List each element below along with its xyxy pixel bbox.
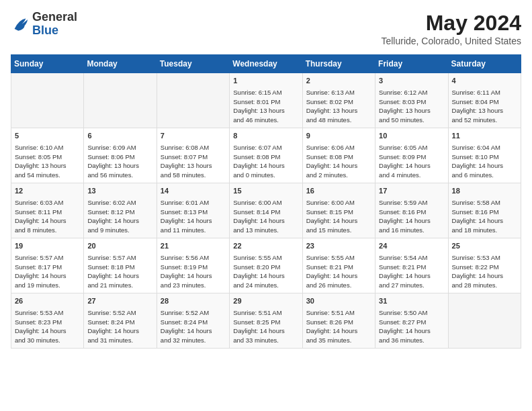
day-number: 3 [379, 76, 444, 87]
calendar-cell: 28Sunrise: 5:52 AM Sunset: 8:24 PM Dayli… [157, 293, 229, 349]
day-number: 13 [87, 186, 152, 197]
calendar-week: 5Sunrise: 6:10 AM Sunset: 8:05 PM Daylig… [11, 128, 521, 183]
calendar-cell: 4Sunrise: 6:11 AM Sunset: 8:04 PM Daylig… [448, 73, 521, 128]
calendar-cell [448, 293, 521, 349]
day-number: 18 [452, 186, 517, 197]
day-info: Sunrise: 6:10 AM Sunset: 8:05 PM Dayligh… [15, 143, 80, 180]
calendar-cell: 27Sunrise: 5:52 AM Sunset: 8:24 PM Dayli… [84, 293, 157, 349]
day-info: Sunrise: 5:59 AM Sunset: 8:16 PM Dayligh… [379, 198, 444, 235]
calendar-cell: 6Sunrise: 6:09 AM Sunset: 8:06 PM Daylig… [84, 128, 157, 183]
calendar-body: 1Sunrise: 6:15 AM Sunset: 8:01 PM Daylig… [11, 73, 521, 349]
day-info: Sunrise: 6:00 AM Sunset: 8:14 PM Dayligh… [233, 198, 298, 235]
day-number: 23 [306, 241, 371, 252]
day-number: 15 [233, 186, 298, 197]
calendar-cell: 1Sunrise: 6:15 AM Sunset: 8:01 PM Daylig… [230, 73, 302, 128]
calendar-week: 19Sunrise: 5:57 AM Sunset: 8:17 PM Dayli… [11, 238, 521, 293]
day-info: Sunrise: 5:53 AM Sunset: 8:22 PM Dayligh… [452, 253, 517, 290]
day-number: 22 [233, 241, 298, 252]
day-number: 26 [15, 296, 80, 307]
day-info: Sunrise: 5:58 AM Sunset: 8:16 PM Dayligh… [452, 198, 517, 235]
calendar-cell [84, 73, 157, 128]
calendar-week: 1Sunrise: 6:15 AM Sunset: 8:01 PM Daylig… [11, 73, 521, 128]
calendar-cell: 26Sunrise: 5:53 AM Sunset: 8:23 PM Dayli… [11, 293, 84, 349]
calendar-cell: 24Sunrise: 5:54 AM Sunset: 8:21 PM Dayli… [375, 238, 448, 293]
day-number: 25 [452, 241, 517, 252]
calendar-cell: 16Sunrise: 6:00 AM Sunset: 8:15 PM Dayli… [302, 183, 375, 238]
day-number: 20 [87, 241, 152, 252]
logo-icon [11, 15, 30, 34]
day-info: Sunrise: 6:03 AM Sunset: 8:11 PM Dayligh… [15, 198, 80, 235]
day-number: 30 [306, 296, 371, 307]
header-cell-wednesday: Wednesday [230, 55, 302, 73]
logo: General Blue [11, 11, 77, 38]
page-title: May 2024 [381, 11, 521, 36]
logo-text: General Blue [32, 11, 77, 38]
header-cell-sunday: Sunday [11, 55, 84, 73]
calendar-cell: 31Sunrise: 5:50 AM Sunset: 8:27 PM Dayli… [375, 293, 448, 349]
calendar-week: 12Sunrise: 6:03 AM Sunset: 8:11 PM Dayli… [11, 183, 521, 238]
day-info: Sunrise: 5:50 AM Sunset: 8:27 PM Dayligh… [379, 308, 444, 345]
day-info: Sunrise: 5:53 AM Sunset: 8:23 PM Dayligh… [15, 308, 80, 345]
calendar-cell: 12Sunrise: 6:03 AM Sunset: 8:11 PM Dayli… [11, 183, 84, 238]
calendar-cell: 18Sunrise: 5:58 AM Sunset: 8:16 PM Dayli… [448, 183, 521, 238]
page-subtitle: Telluride, Colorado, United States [381, 36, 521, 46]
calendar-cell [11, 73, 84, 128]
day-info: Sunrise: 6:15 AM Sunset: 8:01 PM Dayligh… [233, 88, 298, 125]
calendar-cell: 25Sunrise: 5:53 AM Sunset: 8:22 PM Dayli… [448, 238, 521, 293]
header-row: SundayMondayTuesdayWednesdayThursdayFrid… [11, 55, 521, 73]
day-info: Sunrise: 5:51 AM Sunset: 8:25 PM Dayligh… [233, 308, 298, 345]
calendar-cell: 14Sunrise: 6:01 AM Sunset: 8:13 PM Dayli… [157, 183, 229, 238]
day-info: Sunrise: 6:12 AM Sunset: 8:03 PM Dayligh… [379, 88, 444, 125]
calendar-cell: 2Sunrise: 6:13 AM Sunset: 8:02 PM Daylig… [302, 73, 375, 128]
day-info: Sunrise: 5:52 AM Sunset: 8:24 PM Dayligh… [161, 308, 226, 345]
day-number: 2 [306, 76, 371, 87]
day-info: Sunrise: 6:08 AM Sunset: 8:07 PM Dayligh… [161, 143, 226, 180]
day-number: 12 [15, 186, 80, 197]
logo-general: General [32, 11, 77, 24]
calendar-cell: 5Sunrise: 6:10 AM Sunset: 8:05 PM Daylig… [11, 128, 84, 183]
day-info: Sunrise: 5:57 AM Sunset: 8:18 PM Dayligh… [87, 253, 152, 290]
calendar-cell: 15Sunrise: 6:00 AM Sunset: 8:14 PM Dayli… [230, 183, 302, 238]
day-info: Sunrise: 5:52 AM Sunset: 8:24 PM Dayligh… [87, 308, 152, 345]
day-number: 29 [233, 296, 298, 307]
calendar-cell: 13Sunrise: 6:02 AM Sunset: 8:12 PM Dayli… [84, 183, 157, 238]
calendar-cell: 30Sunrise: 5:51 AM Sunset: 8:26 PM Dayli… [302, 293, 375, 349]
calendar-cell: 19Sunrise: 5:57 AM Sunset: 8:17 PM Dayli… [11, 238, 84, 293]
calendar-cell: 17Sunrise: 5:59 AM Sunset: 8:16 PM Dayli… [375, 183, 448, 238]
day-number: 8 [233, 131, 298, 142]
day-info: Sunrise: 5:57 AM Sunset: 8:17 PM Dayligh… [15, 253, 80, 290]
day-number: 9 [306, 131, 371, 142]
day-number: 24 [379, 241, 444, 252]
day-info: Sunrise: 5:51 AM Sunset: 8:26 PM Dayligh… [306, 308, 371, 345]
day-info: Sunrise: 6:02 AM Sunset: 8:12 PM Dayligh… [87, 198, 152, 235]
day-info: Sunrise: 6:13 AM Sunset: 8:02 PM Dayligh… [306, 88, 371, 125]
day-info: Sunrise: 6:00 AM Sunset: 8:15 PM Dayligh… [306, 198, 371, 235]
calendar-cell: 8Sunrise: 6:07 AM Sunset: 8:08 PM Daylig… [230, 128, 302, 183]
calendar-table: SundayMondayTuesdayWednesdayThursdayFrid… [11, 54, 521, 349]
day-number: 19 [15, 241, 80, 252]
day-number: 10 [379, 131, 444, 142]
day-number: 31 [379, 296, 444, 307]
header-cell-tuesday: Tuesday [157, 55, 229, 73]
day-number: 14 [161, 186, 226, 197]
calendar-cell: 29Sunrise: 5:51 AM Sunset: 8:25 PM Dayli… [230, 293, 302, 349]
day-number: 17 [379, 186, 444, 197]
day-info: Sunrise: 6:11 AM Sunset: 8:04 PM Dayligh… [452, 88, 517, 125]
day-number: 5 [15, 131, 80, 142]
day-info: Sunrise: 5:55 AM Sunset: 8:21 PM Dayligh… [306, 253, 371, 290]
header-cell-saturday: Saturday [448, 55, 521, 73]
day-number: 6 [87, 131, 152, 142]
calendar-cell [157, 73, 229, 128]
day-info: Sunrise: 6:01 AM Sunset: 8:13 PM Dayligh… [161, 198, 226, 235]
day-number: 7 [161, 131, 226, 142]
day-number: 27 [87, 296, 152, 307]
day-number: 1 [233, 76, 298, 87]
calendar-header: SundayMondayTuesdayWednesdayThursdayFrid… [11, 55, 521, 73]
day-number: 4 [452, 76, 517, 87]
calendar-week: 26Sunrise: 5:53 AM Sunset: 8:23 PM Dayli… [11, 293, 521, 349]
day-info: Sunrise: 6:04 AM Sunset: 8:10 PM Dayligh… [452, 143, 517, 180]
calendar-cell: 23Sunrise: 5:55 AM Sunset: 8:21 PM Dayli… [302, 238, 375, 293]
day-number: 11 [452, 131, 517, 142]
calendar-cell: 10Sunrise: 6:05 AM Sunset: 8:09 PM Dayli… [375, 128, 448, 183]
day-info: Sunrise: 5:55 AM Sunset: 8:20 PM Dayligh… [233, 253, 298, 290]
